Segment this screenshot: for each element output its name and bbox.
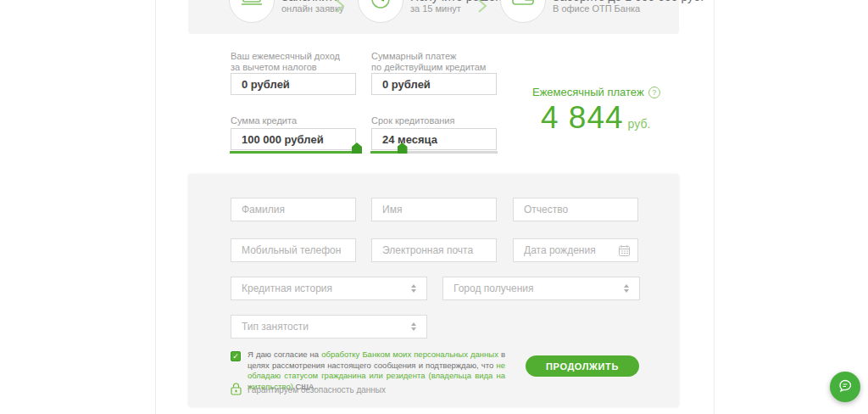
loan-term-label: Срок кредитования bbox=[371, 115, 454, 126]
loan-amount-input[interactable] bbox=[231, 128, 356, 150]
first-name-input[interactable] bbox=[371, 198, 497, 221]
application-form-icon bbox=[239, 0, 264, 14]
middle-name-input[interactable] bbox=[513, 198, 638, 221]
step-2-subtitle: за 15 минут bbox=[410, 3, 515, 14]
current-payments-input[interactable] bbox=[371, 73, 497, 95]
chat-bubble-icon bbox=[837, 378, 853, 396]
email-input[interactable] bbox=[371, 238, 497, 262]
clock-icon: 15 bbox=[367, 0, 394, 15]
wallet-icon bbox=[510, 0, 536, 13]
city-placeholder: Город получения bbox=[453, 283, 533, 294]
credit-application-page: Заполните онлайн заявку 15 Получите реше… bbox=[0, 0, 868, 414]
personal-data-link[interactable]: обработку Банком моих персональных данны… bbox=[321, 350, 498, 359]
city-select[interactable]: Город получения bbox=[442, 277, 640, 300]
current-payments-label: Суммарный платеж по действуйщим кредитам bbox=[371, 51, 486, 73]
currency-label: руб. bbox=[628, 117, 651, 131]
loan-amount-slider[interactable] bbox=[230, 151, 357, 154]
stepper-panel: Заполните онлайн заявку 15 Получите реше… bbox=[188, 0, 679, 34]
security-note: Гарантируем безопасность данных bbox=[248, 385, 386, 394]
income-input[interactable] bbox=[231, 73, 356, 95]
loan-amount-label: Сумма кредита bbox=[231, 115, 297, 126]
select-arrows-icon bbox=[624, 284, 629, 293]
employment-placeholder: Тип занятости bbox=[242, 321, 309, 333]
step-3-subtitle: В офисе ОТП Банка bbox=[553, 3, 704, 14]
credit-history-select[interactable]: Кредитная история bbox=[231, 277, 427, 300]
monthly-payment-label: Ежемесячный платеж ? bbox=[532, 86, 660, 98]
page-left-border bbox=[155, 0, 156, 414]
phone-input[interactable] bbox=[231, 238, 356, 262]
select-arrows-icon bbox=[411, 284, 416, 293]
lock-icon bbox=[231, 383, 242, 399]
help-question-icon[interactable]: ? bbox=[648, 87, 660, 98]
step-3-circle bbox=[500, 0, 546, 23]
step-2-circle: 15 bbox=[358, 0, 403, 23]
employment-select[interactable]: Тип занятости bbox=[231, 315, 427, 338]
step-1-circle bbox=[229, 0, 275, 23]
loan-term-input[interactable] bbox=[371, 128, 497, 150]
consent-checkbox[interactable]: ✓ bbox=[231, 351, 241, 361]
last-name-input[interactable] bbox=[231, 198, 356, 221]
page-right-border bbox=[714, 0, 715, 414]
chat-button[interactable] bbox=[830, 372, 860, 402]
credit-history-placeholder: Кредитная история bbox=[242, 283, 332, 294]
step-3-label: Заберите до 1 000 000 руб. В офисе ОТП Б… bbox=[553, 0, 704, 14]
submit-button[interactable]: ПРОДОЛЖИТЬ bbox=[526, 355, 639, 377]
application-form-panel: Кредитная история Город получения Тип за… bbox=[188, 174, 679, 407]
monthly-payment-value: 4 844руб. bbox=[541, 100, 650, 136]
calendar-icon[interactable] bbox=[619, 244, 630, 260]
income-label: Ваш ежемесячный доход за вычетом налогов bbox=[231, 51, 340, 73]
chevron-right-icon bbox=[476, 0, 488, 17]
select-arrows-icon bbox=[411, 322, 416, 331]
chevron-right-icon bbox=[334, 0, 346, 17]
loan-term-slider[interactable] bbox=[370, 151, 498, 154]
